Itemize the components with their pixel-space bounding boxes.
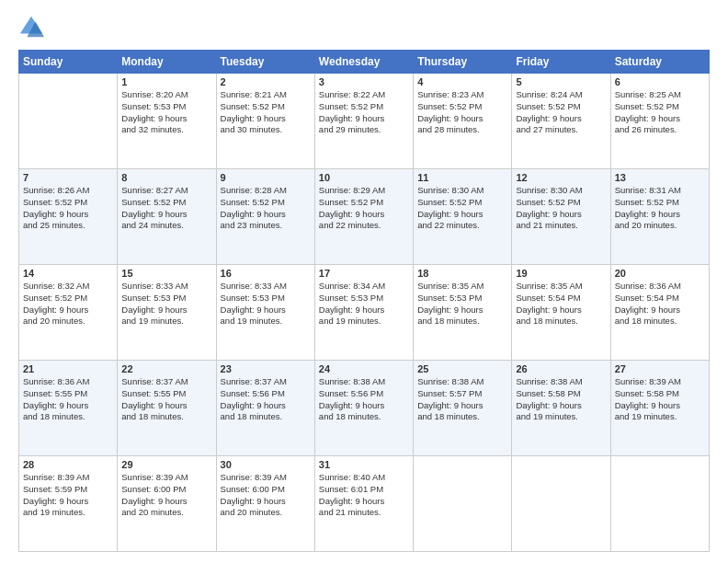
calendar-cell: 21Sunrise: 8:36 AMSunset: 5:55 PMDayligh… [19, 361, 118, 456]
day-info: Sunrise: 8:38 AMSunset: 5:56 PMDaylight:… [319, 376, 409, 423]
calendar-cell [19, 74, 118, 169]
calendar-cell: 13Sunrise: 8:31 AMSunset: 5:52 PMDayligh… [610, 169, 709, 265]
day-info: Sunrise: 8:26 AMSunset: 5:52 PMDaylight:… [23, 185, 113, 232]
header-thursday: Thursday [414, 51, 512, 74]
header-friday: Friday [512, 51, 610, 74]
day-info: Sunrise: 8:23 AMSunset: 5:52 PMDaylight:… [417, 89, 507, 136]
calendar-cell [610, 456, 709, 552]
calendar-cell [414, 456, 512, 552]
day-info: Sunrise: 8:27 AMSunset: 5:52 PMDaylight:… [121, 185, 211, 232]
calendar-table: SundayMondayTuesdayWednesdayThursdayFrid… [18, 50, 710, 552]
calendar-cell: 2Sunrise: 8:21 AMSunset: 5:52 PMDaylight… [216, 74, 314, 169]
day-info: Sunrise: 8:40 AMSunset: 6:01 PMDaylight:… [319, 472, 409, 519]
calendar-cell: 4Sunrise: 8:23 AMSunset: 5:52 PMDaylight… [414, 74, 512, 169]
day-info: Sunrise: 8:39 AMSunset: 6:00 PMDaylight:… [221, 472, 311, 519]
day-number: 28 [23, 459, 113, 470]
day-number: 27 [615, 363, 705, 374]
day-number: 12 [516, 172, 606, 183]
header-tuesday: Tuesday [216, 51, 314, 74]
calendar-week-5: 28Sunrise: 8:39 AMSunset: 5:59 PMDayligh… [19, 456, 710, 552]
header-sunday: Sunday [19, 51, 118, 74]
day-number: 25 [417, 363, 507, 374]
day-number: 15 [121, 268, 211, 279]
day-info: Sunrise: 8:28 AMSunset: 5:52 PMDaylight:… [221, 185, 311, 232]
day-info: Sunrise: 8:38 AMSunset: 5:57 PMDaylight:… [417, 376, 507, 423]
calendar-cell: 19Sunrise: 8:35 AMSunset: 5:54 PMDayligh… [512, 265, 610, 361]
calendar-cell: 17Sunrise: 8:34 AMSunset: 5:53 PMDayligh… [314, 265, 413, 361]
calendar-week-3: 14Sunrise: 8:32 AMSunset: 5:52 PMDayligh… [19, 265, 710, 361]
calendar-cell: 10Sunrise: 8:29 AMSunset: 5:52 PMDayligh… [314, 169, 413, 265]
calendar-cell: 12Sunrise: 8:30 AMSunset: 5:52 PMDayligh… [512, 169, 610, 265]
day-number: 16 [221, 268, 311, 279]
day-number: 4 [417, 76, 507, 87]
day-info: Sunrise: 8:31 AMSunset: 5:52 PMDaylight:… [615, 185, 705, 232]
header-wednesday: Wednesday [314, 51, 413, 74]
day-info: Sunrise: 8:35 AMSunset: 5:54 PMDaylight:… [516, 281, 606, 327]
day-number: 21 [23, 363, 113, 374]
day-info: Sunrise: 8:32 AMSunset: 5:52 PMDaylight:… [23, 281, 113, 327]
day-info: Sunrise: 8:34 AMSunset: 5:53 PMDaylight:… [319, 281, 409, 327]
day-info: Sunrise: 8:39 AMSunset: 5:59 PMDaylight:… [23, 472, 113, 519]
day-info: Sunrise: 8:39 AMSunset: 6:00 PMDaylight:… [121, 472, 211, 519]
calendar-cell: 7Sunrise: 8:26 AMSunset: 5:52 PMDaylight… [19, 169, 118, 265]
calendar-week-2: 7Sunrise: 8:26 AMSunset: 5:52 PMDaylight… [19, 169, 710, 265]
calendar-cell: 8Sunrise: 8:27 AMSunset: 5:52 PMDaylight… [118, 169, 216, 265]
calendar-week-1: 1Sunrise: 8:20 AMSunset: 5:53 PMDaylight… [19, 74, 710, 169]
calendar-header-row: SundayMondayTuesdayWednesdayThursdayFrid… [19, 51, 710, 74]
day-number: 22 [121, 363, 211, 374]
page-header [18, 15, 710, 40]
day-number: 9 [221, 172, 311, 183]
day-number: 29 [121, 459, 211, 470]
day-info: Sunrise: 8:33 AMSunset: 5:53 PMDaylight:… [221, 281, 311, 327]
day-info: Sunrise: 8:33 AMSunset: 5:53 PMDaylight:… [121, 281, 211, 327]
day-info: Sunrise: 8:38 AMSunset: 5:58 PMDaylight:… [516, 376, 606, 423]
header-saturday: Saturday [610, 51, 709, 74]
day-number: 11 [417, 172, 507, 183]
calendar-cell: 27Sunrise: 8:39 AMSunset: 5:58 PMDayligh… [610, 361, 709, 456]
day-number: 19 [516, 268, 606, 279]
calendar-cell: 26Sunrise: 8:38 AMSunset: 5:58 PMDayligh… [512, 361, 610, 456]
day-number: 20 [615, 268, 705, 279]
calendar-cell: 28Sunrise: 8:39 AMSunset: 5:59 PMDayligh… [19, 456, 118, 552]
day-number: 13 [615, 172, 705, 183]
calendar-cell: 20Sunrise: 8:36 AMSunset: 5:54 PMDayligh… [610, 265, 709, 361]
day-info: Sunrise: 8:30 AMSunset: 5:52 PMDaylight:… [417, 185, 507, 232]
calendar-cell: 29Sunrise: 8:39 AMSunset: 6:00 PMDayligh… [118, 456, 216, 552]
logo-icon [18, 15, 44, 40]
day-info: Sunrise: 8:21 AMSunset: 5:52 PMDaylight:… [221, 89, 311, 136]
calendar-cell: 11Sunrise: 8:30 AMSunset: 5:52 PMDayligh… [414, 169, 512, 265]
day-number: 1 [121, 76, 211, 87]
page-container: SundayMondayTuesdayWednesdayThursdayFrid… [0, 0, 728, 563]
calendar-cell: 15Sunrise: 8:33 AMSunset: 5:53 PMDayligh… [118, 265, 216, 361]
day-info: Sunrise: 8:29 AMSunset: 5:52 PMDaylight:… [319, 185, 409, 232]
calendar-cell: 18Sunrise: 8:35 AMSunset: 5:53 PMDayligh… [414, 265, 512, 361]
day-number: 24 [319, 363, 409, 374]
day-number: 26 [516, 363, 606, 374]
day-info: Sunrise: 8:22 AMSunset: 5:52 PMDaylight:… [319, 89, 409, 136]
calendar-cell: 6Sunrise: 8:25 AMSunset: 5:52 PMDaylight… [610, 74, 709, 169]
calendar-cell: 25Sunrise: 8:38 AMSunset: 5:57 PMDayligh… [414, 361, 512, 456]
day-number: 7 [23, 172, 113, 183]
day-number: 30 [221, 459, 311, 470]
day-info: Sunrise: 8:39 AMSunset: 5:58 PMDaylight:… [615, 376, 705, 423]
calendar-cell: 5Sunrise: 8:24 AMSunset: 5:52 PMDaylight… [512, 74, 610, 169]
day-number: 31 [319, 459, 409, 470]
calendar-cell: 9Sunrise: 8:28 AMSunset: 5:52 PMDaylight… [216, 169, 314, 265]
day-info: Sunrise: 8:37 AMSunset: 5:56 PMDaylight:… [221, 376, 311, 423]
day-number: 3 [319, 76, 409, 87]
day-number: 10 [319, 172, 409, 183]
day-info: Sunrise: 8:36 AMSunset: 5:55 PMDaylight:… [23, 376, 113, 423]
calendar-cell: 16Sunrise: 8:33 AMSunset: 5:53 PMDayligh… [216, 265, 314, 361]
calendar-cell: 24Sunrise: 8:38 AMSunset: 5:56 PMDayligh… [314, 361, 413, 456]
calendar-cell: 30Sunrise: 8:39 AMSunset: 6:00 PMDayligh… [216, 456, 314, 552]
day-info: Sunrise: 8:37 AMSunset: 5:55 PMDaylight:… [121, 376, 211, 423]
day-info: Sunrise: 8:36 AMSunset: 5:54 PMDaylight:… [615, 281, 705, 327]
calendar-cell: 3Sunrise: 8:22 AMSunset: 5:52 PMDaylight… [314, 74, 413, 169]
calendar-week-4: 21Sunrise: 8:36 AMSunset: 5:55 PMDayligh… [19, 361, 710, 456]
day-info: Sunrise: 8:24 AMSunset: 5:52 PMDaylight:… [516, 89, 606, 136]
calendar-cell: 14Sunrise: 8:32 AMSunset: 5:52 PMDayligh… [19, 265, 118, 361]
header-monday: Monday [118, 51, 216, 74]
calendar-cell: 31Sunrise: 8:40 AMSunset: 6:01 PMDayligh… [314, 456, 413, 552]
day-info: Sunrise: 8:35 AMSunset: 5:53 PMDaylight:… [417, 281, 507, 327]
day-number: 18 [417, 268, 507, 279]
